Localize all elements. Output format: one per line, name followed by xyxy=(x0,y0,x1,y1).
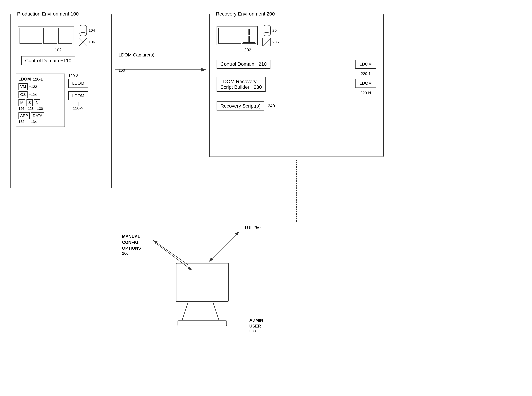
diagram-container: Production Environment 100 xyxy=(0,0,532,396)
prod-data-box: DATA xyxy=(31,112,44,119)
rec-recovery-script-box: Recovery Script(s) xyxy=(216,101,264,111)
prod-ldom1-label: LDOM xyxy=(18,77,31,82)
rec-control-domain-box: Control Domain −210 xyxy=(216,60,270,69)
rec-server-area: 204 206 202 xyxy=(216,25,279,52)
prod-ldom2-box1: LDOM xyxy=(68,79,88,88)
tui-label: TUI xyxy=(244,225,251,230)
prod-ldom-group1: LDOM 120-1 VM −122 OS −124 M S N 126 128… xyxy=(16,74,65,127)
prod-cylinder-ref: 104 xyxy=(88,28,95,33)
rec-ldomn-label: LDOM xyxy=(360,81,372,86)
rec-ldom-group: LDOM 220-1 LDOM 220-N xyxy=(355,60,376,95)
prod-os-row: OS −124 xyxy=(18,91,62,98)
rec-slot-grid xyxy=(242,28,256,44)
manual-ref: 260 xyxy=(122,251,141,256)
prod-vm-box: VM xyxy=(18,83,28,90)
svg-rect-12 xyxy=(176,263,228,302)
rec-ldom-recovery-area: LDOM Recovery Script Builder −230 xyxy=(216,77,266,92)
svg-rect-14 xyxy=(178,321,227,326)
rec-recovery-script-area: Recovery Script(s) 240 xyxy=(216,101,275,111)
rec-cylinder-row: 204 xyxy=(262,25,279,36)
ldom-capture-label: LDOM Capture(s) xyxy=(119,52,154,58)
rec-grid-2 xyxy=(249,29,255,35)
prod-appdata-row: APP DATA xyxy=(18,112,62,119)
rec-recovery-script-label: Recovery Script(s) xyxy=(220,103,261,109)
prod-slot-wide xyxy=(19,28,42,44)
prod-slot-sq1 xyxy=(43,28,57,44)
prod-ldom1-header: LDOM 120-1 xyxy=(18,77,62,82)
prod-app-ref: 132 xyxy=(18,120,24,124)
rec-ldom1-label: LDOM xyxy=(360,62,372,66)
rec-ldom1-ref: 220-1 xyxy=(361,71,371,76)
svg-marker-13 xyxy=(181,302,220,322)
svg-line-22 xyxy=(213,232,239,258)
prod-env-ref: 100 xyxy=(71,11,79,17)
admin-ref: 300 xyxy=(249,329,256,333)
tui-ref: 250 xyxy=(253,225,261,230)
prod-s-ref: 128 xyxy=(28,107,34,111)
prod-ldom-group2: 120-2 LDOM LDOM |120-N xyxy=(68,74,88,111)
svg-point-8 xyxy=(263,32,270,36)
xbox-icon xyxy=(78,38,87,47)
rec-ldom-recovery-box: LDOM Recovery Script Builder −230 xyxy=(216,77,266,92)
svg-line-21 xyxy=(209,235,235,262)
rec-slot-wide xyxy=(218,28,241,44)
computer-monitor xyxy=(171,262,237,328)
rec-env-ref: 200 xyxy=(267,11,275,17)
computer-svg xyxy=(171,262,237,328)
ldom-capture-area: LDOM Capture(s) 150 xyxy=(119,52,154,73)
rec-grid-3 xyxy=(243,36,249,43)
prod-xbox-row: 106 xyxy=(78,38,95,47)
prod-vm-row: VM −122 xyxy=(18,83,62,90)
manual-area: MANUALCONFIG.OPTIONS 260 xyxy=(122,233,141,256)
prod-env-title: Production Environment 100 xyxy=(16,11,80,17)
prod-slot-sq2 xyxy=(58,28,72,44)
prod-m-ref: 126 xyxy=(18,107,24,111)
prod-os-box: OS xyxy=(18,91,28,98)
rec-ldomn-ref: 220-N xyxy=(360,91,371,95)
rec-env-box: Recovery Environment 200 xyxy=(209,14,384,157)
prod-m-box: M xyxy=(18,99,25,106)
ldom-capture-ref: 150 xyxy=(119,68,154,73)
prod-ldom2-label2: LDOM xyxy=(72,93,84,98)
prod-ldom2-box2: LDOM xyxy=(68,91,88,100)
prod-ldom2-ref-label: 120-2 xyxy=(68,74,88,78)
rec-cylinder-ref: 204 xyxy=(272,28,279,33)
prod-s-box: S xyxy=(27,99,33,106)
prod-n-box: N xyxy=(34,99,40,106)
prod-ldom2-label1: LDOM xyxy=(72,81,84,86)
rec-script-builder-ref: 230 xyxy=(254,84,262,90)
rec-icons: 204 206 xyxy=(262,25,279,47)
rec-chassis xyxy=(216,26,258,45)
prod-control-domain-label: Control Domain xyxy=(25,58,59,63)
prod-ldom2-n-ref: |120-N xyxy=(68,101,88,111)
manual-label: MANUALCONFIG.OPTIONS xyxy=(122,233,141,251)
rec-control-domain-ref: 210 xyxy=(259,61,267,67)
rec-grid-1 xyxy=(243,29,249,35)
svg-line-20 xyxy=(153,240,188,265)
prod-app-box: APP xyxy=(18,112,30,119)
prod-n-ref: 130 xyxy=(37,107,43,111)
prod-cylinder-row: 104 xyxy=(78,25,95,36)
rec-ldom-recovery-label: LDOM Recovery xyxy=(220,79,257,84)
prod-msn-refs: 126 128 130 xyxy=(18,107,62,111)
admin-area: ADMINUSER 300 xyxy=(249,317,263,333)
rec-server-ref: 202 xyxy=(216,48,279,52)
rec-ldomn-box: LDOM xyxy=(355,79,376,88)
prod-chassis xyxy=(18,26,74,45)
rec-xbox-icon xyxy=(262,38,271,47)
rec-ldom1-box: LDOM xyxy=(355,60,376,69)
prod-ldom1-ref: 120-1 xyxy=(33,77,43,82)
prod-os-ref: −124 xyxy=(29,93,37,97)
prod-vm-ref: −122 xyxy=(29,85,37,89)
rec-recovery-script-ref: 240 xyxy=(268,104,275,108)
rec-control-domain-label: Control Domain xyxy=(220,61,254,67)
rec-xbox-ref: 206 xyxy=(272,40,279,44)
prod-server-area: 104 106 102 xyxy=(18,25,95,52)
prod-env-box: Production Environment 100 xyxy=(11,14,111,188)
prod-msn-row: M S N xyxy=(18,99,62,106)
cylinder-icon xyxy=(78,25,87,36)
prod-appdata-refs: 132 134 xyxy=(18,120,62,124)
rec-script-builder-label: Script Builder xyxy=(220,84,250,90)
prod-control-domain-ref: 110 xyxy=(63,58,71,63)
admin-label: ADMINUSER xyxy=(249,317,263,329)
